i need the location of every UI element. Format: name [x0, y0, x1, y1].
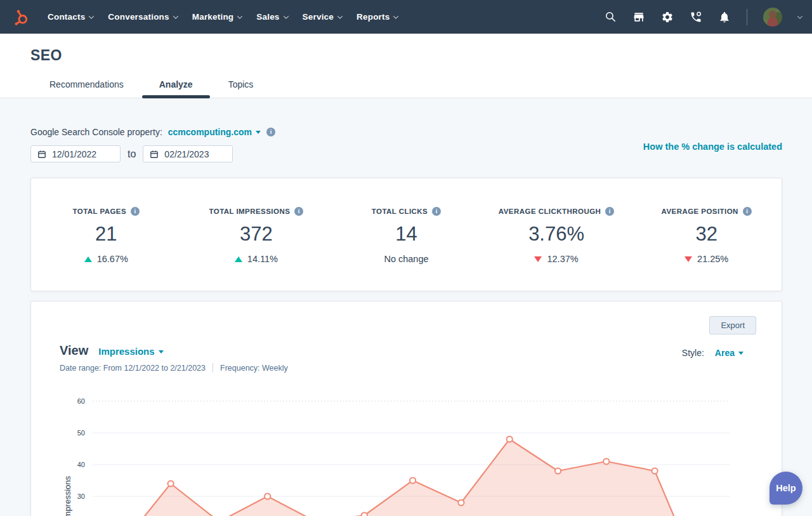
end-date-value: 02/21/2023: [164, 149, 209, 159]
info-icon[interactable]: i: [743, 207, 752, 216]
info-icon[interactable]: i: [294, 207, 303, 216]
trend-down-icon: [684, 256, 692, 262]
gsc-property-label: Google Search Console property:: [30, 127, 162, 137]
info-icon[interactable]: i: [266, 128, 275, 136]
marketplace-icon[interactable]: [632, 11, 645, 23]
stat-total-clicks: TOTAL CLICKSi 14 No change: [331, 207, 481, 264]
tab-topics[interactable]: Topics: [211, 74, 272, 98]
chevron-down-icon: [256, 131, 261, 134]
avatar[interactable]: [763, 8, 782, 27]
info-icon[interactable]: i: [432, 207, 441, 216]
chevron-down-icon: [237, 13, 242, 18]
svg-text:50: 50: [77, 429, 85, 437]
trend-up-icon: [235, 256, 242, 262]
stat-value: 3.76%: [528, 223, 584, 246]
nav-item-service[interactable]: Service: [303, 12, 342, 22]
nav-item-conversations[interactable]: Conversations: [108, 12, 177, 22]
nav-item-marketing[interactable]: Marketing: [192, 12, 242, 22]
stat-average-position: AVERAGE POSITIONi 32 21.25%: [631, 207, 782, 264]
pct-change-help-link[interactable]: How the % change is calculated: [643, 142, 782, 152]
page-header: SEO Recommendations Analyze Topics: [0, 34, 812, 98]
stat-value: 14: [395, 223, 417, 246]
stats-card: TOTAL PAGESi 21 16.67% TOTAL IMPRESSIONS…: [30, 178, 782, 291]
stat-total-pages: TOTAL PAGESi 21 16.67%: [31, 207, 181, 264]
impressions-area-chart: 60504030Impressions: [31, 301, 783, 516]
date-to-label: to: [128, 149, 136, 160]
svg-text:60: 60: [77, 397, 85, 405]
svg-text:30: 30: [77, 493, 85, 500]
chevron-down-icon: [173, 13, 178, 18]
main-content: Google Search Console property: ccmcompu…: [0, 98, 812, 516]
help-button[interactable]: Help: [769, 472, 802, 505]
trend-up-icon: [84, 256, 92, 262]
gsc-property-dropdown[interactable]: ccmcomputing.com: [168, 127, 261, 137]
hubspot-logo-icon[interactable]: [11, 7, 30, 27]
nav-item-reports[interactable]: Reports: [357, 12, 398, 22]
start-date-input[interactable]: 12/01/2022: [30, 145, 121, 162]
search-icon[interactable]: [604, 11, 617, 23]
stat-value: 32: [695, 223, 717, 246]
chevron-down-icon: [393, 13, 398, 18]
stat-average-clickthrough: AVERAGE CLICKTHROUGHi 3.76% 12.37%: [481, 207, 632, 264]
info-icon[interactable]: i: [131, 207, 140, 216]
calls-phone-icon[interactable]: [690, 11, 702, 23]
impressions-chart-card: Export View Impressions Date range: From…: [30, 301, 782, 516]
stat-total-impressions: TOTAL IMPRESSIONSi 372 14.11%: [181, 207, 332, 264]
page-title: SEO: [30, 34, 812, 64]
filters-section: Google Search Console property: ccmcompu…: [30, 98, 782, 162]
tab-analyze[interactable]: Analyze: [141, 74, 211, 98]
info-icon[interactable]: i: [605, 207, 614, 216]
trend-down-icon: [534, 256, 542, 262]
nav-item-contacts[interactable]: Contacts: [48, 12, 93, 22]
primary-nav: Contacts Conversations Marketing Sales S…: [48, 12, 398, 22]
svg-text:Impressions: Impressions: [63, 475, 72, 516]
svg-text:40: 40: [77, 461, 85, 468]
start-date-value: 12/01/2022: [52, 149, 96, 159]
top-nav: Contacts Conversations Marketing Sales S…: [0, 0, 812, 34]
notifications-bell-icon[interactable]: [718, 11, 731, 23]
chevron-down-icon: [337, 13, 343, 18]
stat-value: 372: [240, 223, 273, 246]
calendar-icon: [37, 150, 46, 159]
settings-gear-icon[interactable]: [661, 11, 674, 23]
nav-item-sales[interactable]: Sales: [256, 12, 287, 22]
stat-value: 21: [95, 223, 117, 246]
chevron-down-icon: [89, 13, 94, 18]
end-date-input[interactable]: 02/21/2023: [143, 145, 233, 162]
tab-recommendations[interactable]: Recommendations: [32, 74, 141, 98]
nav-divider: [747, 9, 747, 25]
calendar-icon: [150, 150, 159, 159]
chevron-down-icon: [283, 13, 288, 18]
tab-bar: Recommendations Analyze Topics: [32, 74, 812, 98]
account-chevron-down-icon[interactable]: [797, 13, 802, 18]
